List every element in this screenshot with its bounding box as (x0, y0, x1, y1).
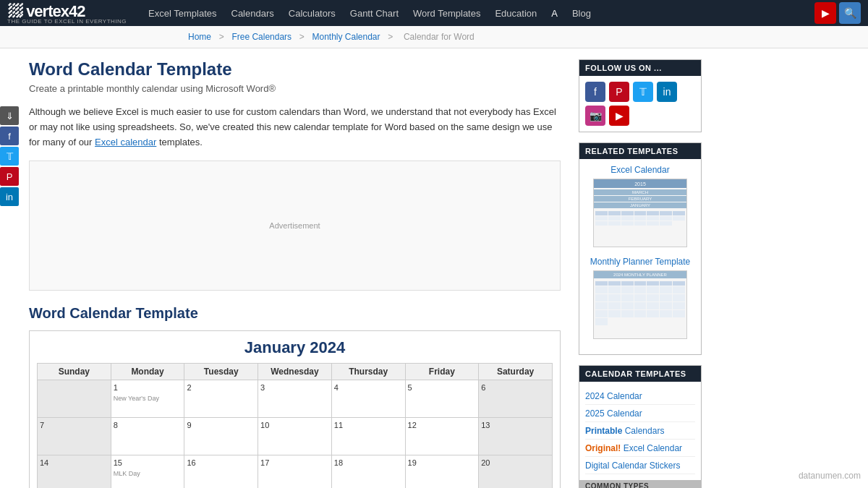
col-wednesday: Wednesday (258, 364, 332, 380)
top-navigation: ⛆ vertex42 THE GUIDE TO EXCEL IN EVERYTH… (0, 0, 868, 26)
cal-link-2024[interactable]: 2024 Calendar (585, 391, 642, 401)
cal-cell-9: 9 (184, 418, 258, 455)
facebook-share-button[interactable]: f (0, 127, 19, 145)
list-item: Digital Calendar Stickers (585, 457, 695, 474)
youtube-icon[interactable]: ▶ (814, 2, 836, 24)
cal-link-2025[interactable]: 2025 Calendar (585, 408, 642, 419)
table-row: 7 8 9 10 11 12 13 (38, 418, 553, 455)
cal-cell-2: 2 (184, 380, 258, 418)
cal-cell-15: 15MLK Day (111, 455, 184, 488)
nav-education[interactable]: Education (488, 0, 544, 26)
nav-calculators[interactable]: Calculators (281, 0, 343, 26)
linkedin-share-button[interactable]: in (0, 187, 19, 206)
social-sidebar: ⇓ f 𝕋 P in (0, 48, 22, 488)
breadcrumb-current: Calendar for Word (404, 32, 475, 42)
nav-gantt-chart[interactable]: Gantt Chart (343, 0, 406, 26)
search-icon[interactable]: 🔍 (839, 2, 861, 24)
excel-calendar-link[interactable]: Excel calendar (95, 137, 156, 147)
pinterest-share-button[interactable]: P (0, 167, 19, 186)
cal-link-excel[interactable]: Excel Calendar (621, 443, 682, 453)
cal-cell-5: 5 (405, 380, 479, 418)
list-item: 2025 Calendar (585, 405, 695, 422)
breadcrumb-home[interactable]: Home (188, 32, 211, 42)
related-templates-section: RELATED TEMPLATES Excel Calendar 2015 MA… (579, 142, 702, 355)
col-tuesday: Tuesday (184, 364, 258, 380)
related-excel-calendar: Excel Calendar 2015 MARCH FEBRUARY JANUA… (585, 165, 695, 249)
follow-us-header: FOLLOW US ON ... (579, 60, 701, 76)
list-item: Printable Calendars (585, 422, 695, 440)
table-row: 14 15MLK Day 16 17 18 19 20 (38, 455, 553, 488)
nav-font-icon: A (544, 0, 565, 26)
cal-link-original[interactable]: Original! (585, 443, 621, 453)
nav-excel-templates[interactable]: Excel Templates (141, 0, 224, 26)
instagram-follow-icon[interactable]: 📷 (585, 106, 605, 126)
cal-link-printable[interactable]: Printable Calendars (585, 426, 664, 436)
logo-text: ⛆ vertex42 (7, 2, 85, 20)
col-thursday: Thursday (331, 364, 405, 380)
cal-cell-3: 3 (258, 380, 332, 418)
breadcrumb: Home > Free Calendars > Monthly Calendar… (0, 26, 868, 48)
nav-word-templates[interactable]: Word Templates (406, 0, 488, 26)
section-title: Word Calendar Template (29, 305, 561, 322)
nav-blog[interactable]: Blog (565, 0, 598, 26)
cal-cell-19: 19 (405, 455, 479, 488)
calendar-templates-header: CALENDAR TEMPLATES (579, 366, 701, 382)
page-description: Although we believe Excel is much easier… (29, 105, 561, 150)
col-friday: Friday (405, 364, 479, 380)
monthly-planner-link[interactable]: Monthly Planner Template (585, 257, 695, 267)
table-row: 1New Year's Day 2 3 4 5 6 (38, 380, 553, 418)
breadcrumb-monthly-calendar[interactable]: Monthly Calendar (312, 32, 380, 42)
cal-cell-empty (38, 380, 111, 418)
youtube-follow-icon[interactable]: ▶ (609, 106, 629, 126)
common-types-header: COMMON TYPES (579, 480, 701, 488)
cal-cell-18: 18 (331, 455, 405, 488)
calendar-table: Sunday Monday Tuesday Wednesday Thursday… (37, 363, 553, 488)
col-saturday: Saturday (479, 364, 553, 380)
advertisement-box: Advertisement (29, 160, 561, 291)
cal-cell-20: 20 (479, 455, 553, 488)
excel-calendar-thumb[interactable]: 2015 MARCH FEBRUARY JANUARY (593, 179, 687, 247)
cal-cell-4: 4 (331, 380, 405, 418)
cal-cell-10: 10 (258, 418, 332, 455)
page-subtitle: Create a printable monthly calendar usin… (29, 83, 561, 94)
calendar-container: January 2024 Sunday Monday Tuesday Wedne… (29, 330, 561, 488)
calendar-month-title: January 2024 (37, 338, 553, 357)
cal-cell-8: 8 (111, 418, 184, 455)
nav-calendars[interactable]: Calendars (224, 0, 281, 26)
cal-cell-6: 6 (479, 380, 553, 418)
calendar-template-list: 2024 Calendar 2025 Calendar Printable Ca… (585, 388, 695, 474)
linkedin-follow-icon[interactable]: in (657, 82, 677, 102)
breadcrumb-free-calendars[interactable]: Free Calendars (231, 32, 292, 42)
cal-cell-7: 7 (38, 418, 111, 455)
facebook-follow-icon[interactable]: f (585, 82, 605, 102)
cal-cell-17: 17 (258, 455, 332, 488)
follow-icons-container: f P 𝕋 in 📷 ▶ (579, 76, 701, 132)
calendar-templates-section: CALENDAR TEMPLATES 2024 Calendar 2025 Ca… (579, 365, 702, 488)
calendar-templates-body: 2024 Calendar 2025 Calendar Printable Ca… (579, 382, 701, 480)
related-monthly-planner: Monthly Planner Template 2024 MONTHLY PL… (585, 257, 695, 341)
col-monday: Monday (111, 364, 184, 380)
follow-us-section: FOLLOW US ON ... f P 𝕋 in 📷 ▶ (579, 59, 702, 132)
calendar-header-row: Sunday Monday Tuesday Wednesday Thursday… (38, 364, 553, 380)
list-item: Original! Excel Calendar (585, 440, 695, 457)
related-templates-header: RELATED TEMPLATES (579, 143, 701, 159)
right-sidebar: FOLLOW US ON ... f P 𝕋 in 📷 ▶ RELATED TE… (571, 48, 709, 488)
related-templates-body: Excel Calendar 2015 MARCH FEBRUARY JANUA… (579, 159, 701, 354)
twitter-share-button[interactable]: 𝕋 (0, 147, 19, 166)
cal-cell-1: 1New Year's Day (111, 380, 184, 418)
logo[interactable]: ⛆ vertex42 THE GUIDE TO EXCEL IN EVERYTH… (7, 2, 127, 25)
excel-calendar-link[interactable]: Excel Calendar (585, 165, 695, 175)
cal-cell-12: 12 (405, 418, 479, 455)
monthly-planner-thumb[interactable]: 2024 MONTHLY PLANNER (593, 270, 687, 339)
main-content: Word Calendar Template Create a printabl… (22, 48, 571, 488)
page-title: Word Calendar Template (29, 59, 561, 80)
cal-link-stickers[interactable]: Digital Calendar Stickers (585, 461, 680, 471)
cal-cell-13: 13 (479, 418, 553, 455)
list-item: 2024 Calendar (585, 388, 695, 405)
col-sunday: Sunday (38, 364, 111, 380)
pinterest-follow-icon[interactable]: P (609, 82, 629, 102)
save-button[interactable]: ⇓ (0, 106, 19, 125)
logo-subtitle: THE GUIDE TO EXCEL IN EVERYTHING (7, 18, 127, 25)
twitter-follow-icon[interactable]: 𝕋 (633, 82, 653, 102)
cal-cell-14: 14 (38, 455, 111, 488)
